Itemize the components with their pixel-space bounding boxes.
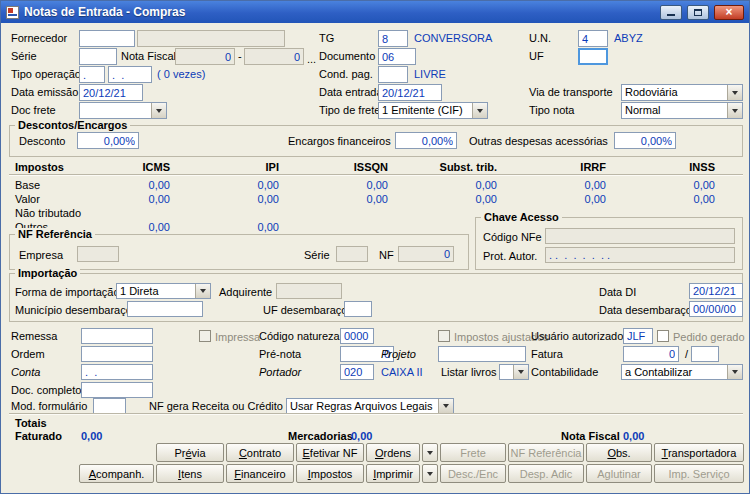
outras-despesas-label: Outras despesas acessórias — [469, 135, 608, 148]
uf-desembaraco-input[interactable] — [344, 301, 372, 317]
doc-completo-input[interactable] — [81, 382, 153, 398]
contabilidade-label: Contabilidade — [531, 366, 598, 379]
tipo-nota-select[interactable]: Normal — [621, 102, 743, 119]
fatura-parcela-input[interactable] — [691, 346, 719, 362]
desconto-input[interactable] — [77, 132, 139, 149]
serie-input[interactable] — [79, 48, 117, 65]
un-input[interactable] — [578, 30, 608, 47]
data-di-input[interactable] — [689, 283, 743, 299]
tipo-operacao-label: Tipo operação — [11, 68, 81, 81]
desconto-label: Desconto — [19, 135, 65, 148]
mercadorias-value: 0,00 — [351, 430, 372, 443]
minimize-icon — [667, 14, 675, 16]
acompanh-button[interactable]: Acompanh. — [79, 464, 154, 483]
ordem-label: Ordem — [11, 348, 45, 361]
maximize-button[interactable] — [687, 5, 709, 20]
importacao-group-title: Importação — [15, 267, 80, 279]
efetivar-nf-button[interactable]: Efetivar NF — [296, 443, 364, 462]
data-entrada-input[interactable] — [378, 84, 442, 101]
via-transporte-select[interactable]: Rodoviária — [621, 84, 743, 101]
impostos-value-cell: 0,00 — [172, 220, 281, 234]
fornecedor-code-input[interactable] — [79, 30, 135, 47]
contabilidade-select[interactable]: a Contabilizar — [621, 364, 743, 380]
impostos-value-cell: 0,00 — [608, 178, 717, 192]
imprimir-dropdown-button[interactable] — [422, 464, 438, 483]
ordem-input[interactable] — [81, 346, 153, 362]
projeto-label: Projeto — [381, 348, 416, 361]
prot-autor-label: Prot. Autor. — [483, 250, 537, 263]
municipio-desembaraco-input[interactable] — [127, 301, 203, 317]
documento-input[interactable] — [378, 48, 416, 65]
fatura-label: Fatura — [531, 348, 563, 361]
tipo-operacao-input-2[interactable] — [108, 66, 152, 83]
tg-input[interactable] — [378, 30, 408, 47]
data-emissao-input[interactable] — [79, 84, 143, 101]
doc-frete-select[interactable] — [79, 102, 167, 119]
nota-fiscal-total-label: Nota Fiscal — [561, 430, 620, 443]
previa-button[interactable]: Prévia — [156, 443, 224, 462]
tipo-operacao-input-1[interactable] — [79, 66, 105, 83]
data-entrada-label: Data entrada — [319, 86, 383, 99]
tipo-nota-label: Tipo nota — [529, 104, 574, 117]
transportadora-button[interactable]: Transportadora — [654, 443, 744, 462]
itens-button[interactable]: Itens — [156, 464, 224, 483]
button-row-2: Acompanh.ItensFinanceiroImpostosImprimir… — [79, 464, 744, 483]
contrato-button[interactable]: Contrato — [226, 443, 294, 462]
forma-importacao-label: Forma de importação — [15, 286, 120, 299]
data-emissao-label: Data emissão — [11, 86, 78, 99]
financeiro-button[interactable]: Financeiro — [226, 464, 294, 483]
app-icon — [6, 6, 19, 19]
nota-fiscal-label: Nota Fiscal — [121, 50, 176, 63]
encargos-input[interactable] — [395, 132, 457, 149]
mod-formulario-label: Mod. formulário — [11, 400, 87, 413]
impostos-value-cell — [281, 220, 390, 234]
portador-label: Portador — [259, 366, 301, 379]
pre-nota-label: Pré-nota — [259, 348, 301, 361]
nf-gera-select[interactable]: Usar Regras Arquivos Legais — [286, 398, 454, 414]
doc-frete-label: Doc frete — [11, 104, 56, 117]
ordens-button[interactable]: Ordens — [366, 443, 420, 462]
codigo-nfe-field — [545, 228, 735, 244]
impostos-value-cell: 0,00 — [281, 178, 390, 192]
nota-fiscal-total-value: 0,00 — [623, 430, 644, 443]
tipo-frete-select[interactable]: 1 Emitente (CIF) — [378, 102, 488, 119]
prot-autor-field — [545, 247, 735, 263]
imprimir-button[interactable]: Imprimir — [366, 464, 420, 483]
projeto-input[interactable] — [438, 346, 526, 362]
nf-referencia-button: NF Referência — [508, 443, 584, 462]
impostos-title: Impostos — [15, 160, 107, 174]
data-desembaraco-input[interactable] — [689, 301, 743, 317]
remessa-input[interactable] — [81, 328, 153, 344]
impostos-value-cell: 0,00 — [608, 192, 717, 206]
window-title: Notas de Entrada - Compras — [24, 5, 185, 19]
portador-desc: CAIXA II — [381, 366, 423, 379]
aglutinar-button: Aglutinar — [586, 464, 652, 483]
usuario-autorizado-input[interactable] — [623, 328, 653, 344]
totais-title: Totais — [15, 417, 47, 430]
nota-fiscal-lookup-button[interactable]: ... — [307, 53, 316, 66]
impostos-column-header: IPI — [172, 160, 281, 174]
portador-input[interactable] — [340, 364, 374, 380]
impostos-button[interactable]: Impostos — [296, 464, 364, 483]
listar-livros-select[interactable] — [499, 364, 529, 380]
via-transporte-label: Via de transporte — [529, 86, 613, 99]
mod-formulario-input[interactable] — [93, 398, 126, 414]
uf-input[interactable] — [578, 48, 608, 65]
cond-pag-input[interactable] — [378, 66, 408, 83]
pedido-gerado-checkbox[interactable] — [657, 330, 669, 342]
codigo-natureza-input[interactable] — [340, 328, 374, 344]
obs-button[interactable]: Obs. — [586, 443, 652, 462]
totais-divider — [9, 413, 743, 415]
dropdown-arrow-icon — [156, 109, 162, 113]
remessa-label: Remessa — [11, 330, 57, 343]
ordens-dropdown-button[interactable] — [422, 443, 438, 462]
conta-input[interactable] — [81, 364, 153, 380]
minimize-button[interactable] — [660, 5, 682, 20]
fatura-input[interactable] — [623, 346, 679, 362]
impostos-header: ImpostosICMSIPIISSQNSubst. trib.IRRFINSS — [15, 160, 717, 174]
outras-despesas-input[interactable] — [614, 132, 676, 149]
dropdown-arrow-icon — [518, 370, 524, 374]
faturado-value: 0,00 — [81, 430, 102, 443]
forma-importacao-select[interactable]: 1 Direta — [116, 283, 211, 299]
close-button[interactable]: × — [714, 5, 744, 20]
